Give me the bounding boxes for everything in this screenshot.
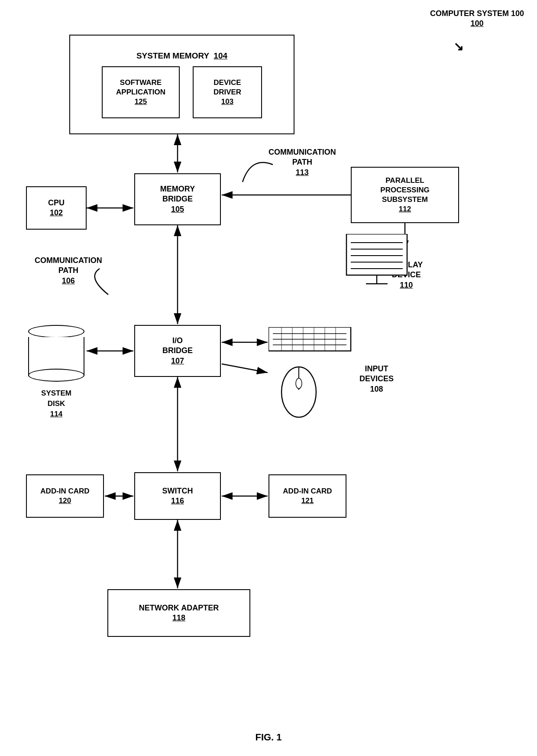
network-adapter-box: NETWORK ADAPTER118 — [107, 589, 250, 637]
system-memory-box: SYSTEM MEMORY 104 SOFTWAREAPPLICATION125… — [69, 35, 294, 134]
svg-line-10 — [222, 364, 268, 373]
arrow-icon: ↘ — [453, 39, 463, 55]
comm-path-106-label: COMMUNICATIONPATH106 — [35, 256, 102, 286]
device-driver-box: DEVICEDRIVER103 — [193, 66, 262, 118]
software-app-box: SOFTWAREAPPLICATION125 — [102, 66, 180, 118]
addin-card-120-box: ADD-IN CARD120 — [26, 474, 104, 518]
cylinder-body — [28, 337, 84, 376]
input-devices-label: INPUTDEVICES108 — [359, 364, 394, 394]
fig-label: FIG. 1 — [255, 732, 281, 743]
cylinder-top — [28, 325, 84, 338]
cylinder-bottom-cap — [28, 369, 84, 382]
svg-point-35 — [296, 378, 302, 389]
computer-system-label: COMPUTER SYSTEM 100 100 ↘ — [430, 9, 524, 29]
diagram: COMPUTER SYSTEM 100 100 ↘ SYSTEM MEMORY … — [0, 0, 537, 756]
comm-path-113-label: COMMUNICATIONPATH113 — [268, 147, 336, 178]
parallel-processing-box: PARALLELPROCESSINGSUBSYSTEM112 — [351, 167, 459, 223]
switch-box: SWITCH116 — [134, 472, 221, 520]
mouse-shape — [277, 364, 320, 420]
system-memory-label: SYSTEM MEMORY 104 — [136, 51, 227, 62]
keyboard-shape — [268, 327, 355, 357]
memory-bridge-box: MEMORYBRIDGE105 — [134, 173, 221, 225]
addin-card-121-box: ADD-IN CARD121 — [268, 474, 346, 518]
monitor-shape — [342, 234, 411, 290]
system-disk-label: SYSTEMDISK114 — [41, 388, 71, 419]
system-disk: SYSTEMDISK114 — [28, 325, 84, 419]
io-bridge-box: I/OBRIDGE107 — [134, 325, 221, 377]
cpu-box: CPU102 — [26, 186, 87, 230]
